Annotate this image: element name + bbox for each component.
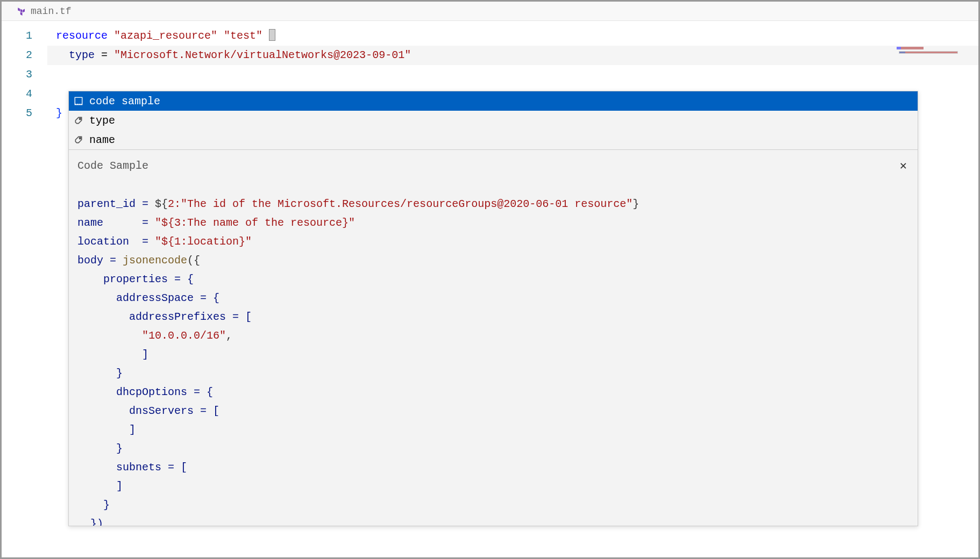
code-line: type = "Microsoft.Network/virtualNetwork… bbox=[47, 46, 978, 65]
line-number: 1 bbox=[2, 26, 32, 46]
file-tab[interactable]: main.tf bbox=[17, 6, 72, 17]
autocomplete-popup: code sample type name Code Sample bbox=[68, 91, 918, 526]
suggestion-list: code sample type name bbox=[69, 91, 918, 149]
line-number-gutter: 1 2 3 4 5 bbox=[2, 21, 47, 557]
suggestion-label: code sample bbox=[89, 95, 160, 108]
minimap[interactable] bbox=[896, 47, 965, 62]
close-icon[interactable]: ✕ bbox=[898, 156, 909, 175]
suggestion-label: type bbox=[89, 114, 115, 127]
tab-filename: main.tf bbox=[31, 6, 72, 17]
suggestion-item-type[interactable]: type bbox=[69, 111, 918, 130]
suggestion-label: name bbox=[89, 134, 115, 146]
code-sample-body: parent_id = ${2:"The id of the Microsoft… bbox=[77, 195, 909, 526]
line-number: 5 bbox=[2, 104, 32, 123]
cursor-marker bbox=[269, 29, 275, 41]
line-number: 2 bbox=[2, 46, 32, 65]
svg-point-2 bbox=[79, 118, 81, 120]
svg-point-3 bbox=[79, 138, 81, 139]
code-line: resource "azapi_resource" "test" bbox=[47, 26, 978, 46]
suggestion-item-code-sample[interactable]: code sample bbox=[69, 91, 918, 111]
snippet-icon bbox=[73, 96, 84, 106]
suggestion-details-panel: Code Sample ✕ parent_id = ${2:"The id of… bbox=[69, 149, 918, 526]
property-icon bbox=[73, 115, 84, 126]
property-icon bbox=[73, 134, 84, 145]
svg-rect-0 bbox=[75, 97, 82, 105]
tab-bar: main.tf bbox=[2, 2, 978, 21]
terraform-icon bbox=[17, 6, 26, 16]
details-title: Code Sample bbox=[77, 160, 148, 172]
line-number: 3 bbox=[2, 65, 32, 84]
line-number: 4 bbox=[2, 84, 32, 104]
code-line bbox=[47, 65, 978, 84]
suggestion-item-name[interactable]: name bbox=[69, 130, 918, 149]
